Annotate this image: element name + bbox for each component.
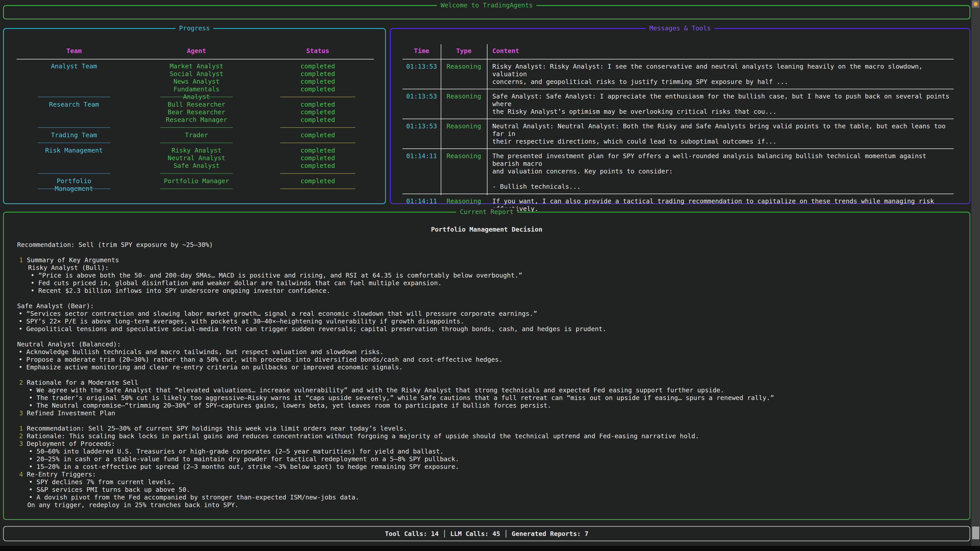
progress-row: Neutral Analystcompleted [36, 154, 385, 162]
message-row: 01:13:53ReasoningNeutral Analyst: Neutra… [402, 119, 954, 149]
report-line: • Acknowledge bullish technicals and mac… [4, 348, 969, 356]
report-line: • The trader’s original 50% cut is likel… [4, 394, 969, 402]
report-line: • Geopolitical tensions and speculative … [4, 325, 969, 333]
message-content-cell: The presented investment plan for SPY of… [487, 152, 954, 191]
progress-agent-cell: Portfolio Manager [158, 177, 235, 192]
report-line: • 50–60% into laddered U.S. Treasuries o… [4, 448, 969, 455]
report-line: • “Price is above both the 50- and 200-d… [4, 272, 969, 279]
progress-agent-cell: Trader [158, 131, 235, 139]
progress-team-cell [36, 154, 112, 162]
report-list-number: 4 [19, 471, 23, 478]
report-line: On any trigger, redeploy in 25% tranches… [4, 501, 969, 509]
message-row: 01:13:53ReasoningRisky Analyst: Risky An… [402, 59, 954, 89]
separator-segment-status [280, 173, 355, 174]
message-content-cell: Safe Analyst: Safe Analyst: I appreciate… [487, 93, 954, 116]
report-heading: Portfolio Management Decision [4, 226, 969, 233]
report-list-number: 3 [19, 440, 23, 448]
separator-segment-team [38, 127, 110, 128]
scrollbar[interactable] [971, 0, 980, 551]
separator-segment-agent [160, 143, 233, 143]
message-type-cell: Reasoning [441, 63, 487, 86]
messages-table-body: 01:13:53ReasoningRisky Analyst: Risky An… [402, 59, 954, 224]
progress-row: Fundamentals Analystcompleted [36, 86, 385, 93]
bottom-edge-strip [0, 546, 980, 551]
report-blank-line [4, 417, 969, 425]
message-row: 01:13:53ReasoningSafe Analyst: Safe Anal… [402, 89, 954, 119]
messages-table-header: Time Type Content [402, 47, 954, 55]
progress-status-cell: completed [278, 177, 357, 192]
progress-row: Safe Analystcompleted [36, 162, 385, 170]
report-line: Neutral Analyst (Balanced): [4, 341, 969, 348]
progress-header-separator [17, 59, 374, 59]
progress-team-cell [36, 86, 112, 101]
progress-agent-cell: Market Analyst [158, 62, 235, 70]
progress-col-team: Team [36, 47, 112, 55]
progress-panel: Progress Team Agent Status Analyst TeamM… [3, 28, 386, 204]
report-line: • 20–25% in cash or a stable-value fund … [4, 455, 969, 463]
message-type-cell: Reasoning [441, 122, 487, 145]
report-panel-title: Current Report [456, 208, 517, 216]
progress-team-cell [36, 108, 112, 116]
progress-status-cell: completed [278, 101, 357, 108]
report-blank-line [4, 249, 969, 256]
separator-segment-status [280, 189, 355, 189]
progress-status-cell: completed [278, 70, 357, 78]
progress-table-body: Analyst TeamMarket AnalystcompletedSocia… [4, 62, 385, 192]
progress-row: Research TeamBull Researchercompleted [36, 101, 385, 108]
separator-segment-team [38, 173, 110, 174]
messages-col-type: Type [441, 47, 487, 55]
message-row: 01:14:11ReasoningThe presented investmen… [402, 149, 954, 194]
progress-status-cell: completed [278, 108, 357, 116]
welcome-title: Welcome to TradingAgents [437, 1, 536, 10]
progress-status-cell: completed [278, 131, 357, 139]
report-line: • A dovish pivot from the Fed accompanie… [4, 494, 969, 501]
progress-agent-cell: Bull Researcher [158, 101, 235, 108]
report-blank-line [4, 371, 969, 379]
report-line: 1 Recommendation: Sell 25–30% of current… [4, 425, 969, 432]
report-line: • We agree with the Safe Analyst that “e… [4, 386, 969, 394]
scrollbar-marker-box[interactable] [972, 0, 980, 8]
progress-team-cell: Portfolio Management [36, 177, 112, 192]
report-line: • 15–20% in a cost-effective put spread … [4, 463, 969, 471]
progress-agent-cell: Bear Researcher [158, 108, 235, 116]
progress-team-cell [36, 116, 112, 124]
progress-table-header: Team Agent Status [36, 47, 385, 55]
report-line: • Fed cuts priced in, global disinflatio… [4, 279, 969, 287]
report-line: • The Neutral compromise—“trimming 20–30… [4, 402, 969, 410]
message-type-cell: Reasoning [441, 93, 487, 116]
messages-col-content: Content [487, 47, 954, 55]
message-time-cell: 01:14:11 [402, 152, 441, 191]
progress-status-cell: completed [278, 147, 357, 154]
progress-row: Analyst TeamMarket Analystcompleted [36, 62, 385, 70]
progress-row: Social Analystcompleted [36, 70, 385, 78]
progress-agent-cell: Fundamentals Analyst [158, 86, 235, 101]
message-content-cell: Risky Analyst: Risky Analyst: I see the … [487, 63, 954, 86]
message-time-cell: 01:13:53 [402, 63, 441, 86]
progress-row: Research Managercompleted [36, 116, 385, 124]
progress-status-cell: completed [278, 86, 357, 101]
report-list-number: 1 [19, 256, 23, 264]
progress-panel-title: Progress [176, 24, 213, 33]
report-line: • “Services sector contraction and slowi… [4, 310, 969, 318]
progress-status-cell: completed [278, 162, 357, 170]
report-body: Recommendation: Sell (trim SPY exposure … [4, 241, 969, 509]
progress-status-cell: completed [278, 62, 357, 70]
progress-section-separator [36, 124, 385, 131]
progress-agent-cell: Social Analyst [158, 70, 235, 78]
scroll-marker-dot-icon[interactable] [974, 2, 978, 6]
separator-segment-agent [160, 97, 233, 97]
report-line: • S&P services PMI turns back up above 5… [4, 486, 969, 494]
message-content-cell: Neutral Analyst: Neutral Analyst: Both t… [487, 122, 954, 145]
progress-col-status: Status [278, 47, 357, 55]
report-list-number: 2 [19, 432, 23, 440]
report-line: • Emphasize active monitoring and clear … [4, 364, 969, 371]
report-panel: Current Report Portfolio Management Deci… [3, 212, 970, 520]
message-time-cell: 01:13:53 [402, 93, 441, 116]
progress-agent-cell: Safe Analyst [158, 162, 235, 170]
footer-stats-bar: Tool Calls: 14 │ LLM Calls: 45 │ Generat… [3, 526, 970, 541]
message-type-cell: Reasoning [441, 152, 487, 191]
separator-segment-status [280, 127, 355, 128]
report-line: 1 Summary of Key Arguments [4, 256, 969, 264]
scrollbar-thumb[interactable] [972, 527, 979, 539]
report-line: 2 Rationale: This scaling back locks in … [4, 432, 969, 440]
